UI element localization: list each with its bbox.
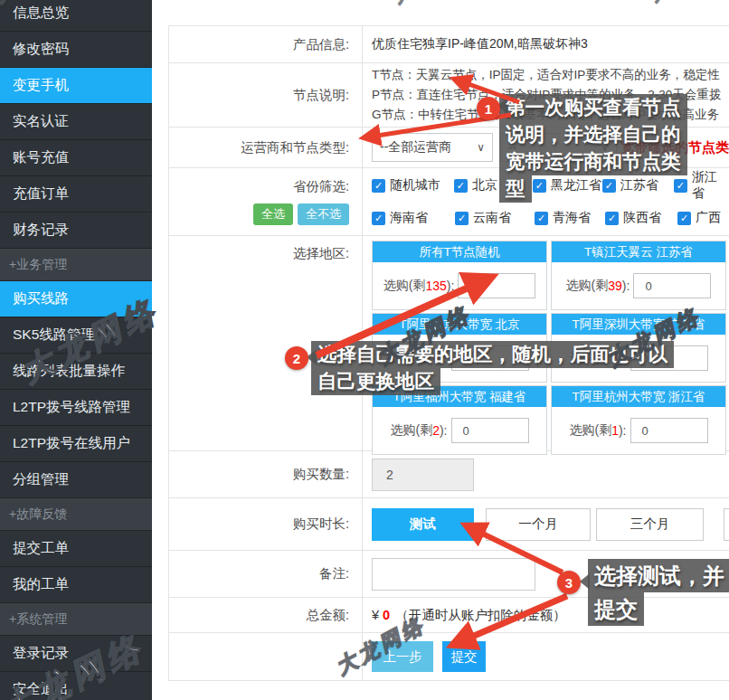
buy-suffix: ):: [440, 351, 448, 365]
quantity-input[interactable]: [372, 459, 474, 491]
sidebar-item-change-phone[interactable]: 变更手机: [0, 68, 152, 104]
select-all-button[interactable]: 全选: [253, 203, 293, 225]
remark-input[interactable]: [372, 558, 535, 591]
province-checkbox-heilongjiang[interactable]: ✓黑龙江省: [533, 177, 602, 194]
node-type-select[interactable]: -- ∨: [500, 133, 617, 162]
total-row: 总金额: ¥ 0 （开通时从账户扣除的金额）: [168, 598, 729, 633]
checkbox-checked-icon: ✓: [674, 179, 687, 193]
sidebar-section-business[interactable]: +业务管理: [0, 249, 152, 281]
province-checkbox-yunnan[interactable]: ✓云南省: [455, 210, 535, 226]
province-checkbox-random-city[interactable]: ✓随机城市: [372, 177, 454, 194]
region-card-fuzhou: T阿里福州大带宽 福建省 选购(剩2):: [372, 385, 547, 455]
duration-label: 购买时长:: [169, 498, 363, 550]
buy-suffix: ):: [619, 423, 627, 438]
region-quantity-input[interactable]: [630, 345, 708, 371]
sidebar-item-sk5-lines[interactable]: SK5线路管理: [0, 317, 152, 354]
sidebar-item-finance-records[interactable]: 财务记录: [0, 213, 152, 249]
region-quantity-input[interactable]: [630, 418, 708, 443]
buy-suffix: ):: [622, 279, 630, 293]
province-checkbox-beijing[interactable]: ✓北京: [454, 177, 533, 194]
remark-row: 备注:: [168, 551, 729, 598]
sidebar-item-l2tp-lines[interactable]: L2TP拨号线路管理: [0, 390, 152, 426]
node-line-p: P节点：直连住宅节点，适合对IP要求中等的业务，2-30天会重拨: [372, 85, 721, 105]
region-card-title: T阿里北京大带宽 北京: [373, 314, 546, 335]
buy-prefix: 选购(剩: [569, 422, 611, 439]
region-card-title: T阿里深圳大带宽 广东省: [552, 314, 725, 335]
duration-option-partial[interactable]: [724, 508, 729, 541]
sidebar-item-login-records[interactable]: 登录记录: [0, 636, 152, 672]
sidebar-menu: 信息总览 修改密码 变更手机 实名认证 账号充值 充值订单 财务记录 +业务管理…: [0, 0, 152, 700]
total-label: 总金额:: [169, 598, 363, 632]
region-card-title: T镇江天翼云 江苏省: [552, 241, 725, 262]
province-label: 云南省: [473, 210, 511, 226]
duration-option-three-months[interactable]: 三个月: [596, 508, 704, 541]
total-note: （开通时从账户扣除的金额）: [395, 607, 566, 624]
sidebar-item-my-tickets[interactable]: 我的工单: [0, 567, 152, 603]
remain-count: 39: [608, 279, 622, 293]
remain-count: 8: [432, 351, 440, 365]
product-value: 优质住宅独享IP-峰值20M,暗黑破坏神3: [372, 36, 588, 52]
province-checkbox-zhejiang[interactable]: ✓浙江省: [674, 169, 729, 202]
province-checkbox-jiangsu[interactable]: ✓江苏省: [602, 177, 674, 194]
remark-label: 备注:: [169, 551, 363, 597]
sidebar-section-system[interactable]: +系统管理: [0, 603, 152, 636]
region-quantity-input[interactable]: [451, 345, 529, 371]
watermark: 大龙网络: [389, 0, 484, 9]
region-card-title: T阿里福州大带宽 福建省: [373, 386, 546, 407]
submit-button[interactable]: 提交: [442, 641, 486, 672]
purchase-form: 产品信息: 优质住宅独享IP-峰值20M,暗黑破坏神3 节点说明: T节点：天翼…: [168, 25, 729, 681]
province-label: 海南省: [390, 210, 428, 226]
node-line-g: G节点：中转住宅节点，C段基本均不同，适合对IP要求较高业务: [372, 105, 721, 125]
checkbox-checked-icon: ✓: [602, 179, 616, 193]
buy-prefix: 选购(剩: [569, 350, 611, 366]
remain-count: 135: [425, 279, 446, 293]
buy-suffix: ):: [440, 423, 448, 438]
remain-count: 8: [611, 351, 619, 365]
sidebar-item-overview[interactable]: 信息总览: [0, 0, 152, 32]
sidebar-section-feedback[interactable]: +故障反馈: [0, 498, 152, 531]
sidebar-item-group-manage[interactable]: 分组管理: [0, 462, 152, 498]
province-checkbox-hainan[interactable]: ✓海南省: [372, 210, 455, 226]
duration-option-one-month[interactable]: 一个月: [486, 508, 591, 541]
actions-row: 上一步 提交: [168, 633, 729, 681]
province-label: 黑龙江省: [551, 177, 601, 194]
region-quantity-input[interactable]: [458, 273, 535, 298]
currency-symbol: ¥: [372, 608, 379, 622]
checkbox-checked-icon: ✓: [455, 212, 469, 225]
province-filter-row: 省份筛选: 全选 全不选 ✓随机城市 ✓北京 ✓黑龙江省 ✓江苏省 ✓浙江省 ✓…: [168, 168, 729, 236]
province-checkbox-shaanxi[interactable]: ✓陕西省: [605, 210, 677, 226]
sidebar-item-logout[interactable]: 安全退出: [0, 672, 152, 700]
previous-step-button[interactable]: 上一步: [372, 641, 433, 672]
checkbox-checked-icon: ✓: [535, 212, 548, 225]
checkbox-checked-icon: ✓: [533, 179, 546, 193]
region-quantity-input[interactable]: [451, 418, 529, 443]
checkbox-checked-icon: ✓: [454, 179, 468, 193]
quantity-label: 购买数量:: [169, 451, 363, 497]
select-none-button[interactable]: 全不选: [298, 203, 349, 225]
quantity-row: 购买数量:: [168, 451, 729, 498]
region-quantity-input[interactable]: [633, 273, 711, 298]
checkbox-checked-icon: ✓: [372, 179, 385, 193]
sidebar-item-recharge[interactable]: 账号充值: [0, 140, 152, 176]
sidebar-item-change-password[interactable]: 修改密码: [0, 32, 152, 68]
sidebar-item-buy-lines[interactable]: 购买线路: [0, 281, 152, 317]
sidebar-item-line-batch-ops[interactable]: 线路列表批量操作: [0, 354, 152, 390]
region-card-title: T阿里杭州大带宽 浙江省: [552, 386, 725, 407]
province-checkbox-guangxi[interactable]: ✓广西: [677, 210, 721, 226]
buy-suffix: ):: [447, 279, 455, 293]
chevron-down-icon: ∨: [601, 141, 609, 154]
sidebar-item-recharge-orders[interactable]: 充值订单: [0, 176, 152, 213]
chevron-down-icon: ∨: [477, 141, 485, 154]
buy-prefix: 选购(剩: [566, 278, 609, 294]
province-label: 随机城市: [390, 177, 440, 194]
duration-option-test[interactable]: 测试: [372, 508, 474, 541]
node-description-label: 节点说明:: [169, 63, 363, 127]
sidebar-item-real-name[interactable]: 实名认证: [0, 104, 152, 140]
sidebar-item-submit-ticket[interactable]: 提交工单: [0, 531, 152, 567]
buy-suffix: ):: [619, 351, 627, 365]
province-checkbox-qinghai[interactable]: ✓青海省: [535, 210, 605, 226]
sidebar-item-l2tp-online-users[interactable]: L2TP拨号在线用户: [0, 426, 152, 462]
operator-select-value: --全部运营商: [380, 139, 451, 156]
operator-select[interactable]: --全部运营商 ∨: [372, 133, 493, 162]
region-card-zhenjiang: T镇江天翼云 江苏省 选购(剩39):: [551, 241, 726, 310]
